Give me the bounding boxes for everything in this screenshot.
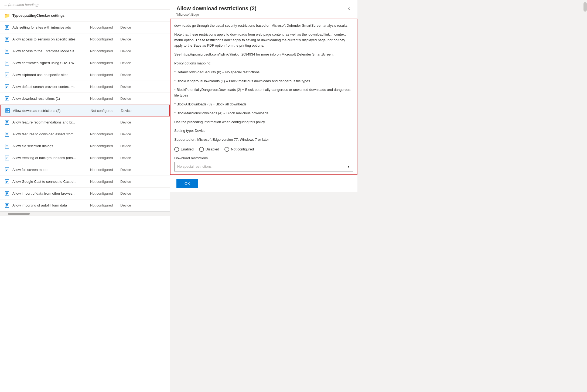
svg-rect-34 bbox=[6, 122, 8, 123]
item-status-download-1: Not configured bbox=[88, 97, 120, 101]
item-name-features-dl: Allow features to download assets from .… bbox=[12, 132, 88, 136]
svg-rect-55 bbox=[6, 182, 7, 183]
list-item-default-search[interactable]: Allow default search provider context m.… bbox=[0, 81, 170, 93]
svg-rect-22 bbox=[6, 87, 8, 87]
item-status-import-autofill: Not configured bbox=[88, 203, 120, 207]
item-name-ads: Ads setting for sites with intrusive ads bbox=[12, 25, 88, 29]
doc-icon-import-data bbox=[4, 191, 10, 196]
list-item-import-autofill[interactable]: Allow importing of autofill form data No… bbox=[0, 200, 170, 211]
svg-rect-46 bbox=[6, 158, 8, 158]
svg-rect-61 bbox=[6, 204, 8, 205]
item-name-download-1: Allow download restrictions (1) bbox=[12, 97, 88, 101]
app-container: ... (truncated heading) 📁 TyposquattingC… bbox=[0, 0, 587, 392]
svg-rect-25 bbox=[6, 98, 8, 98]
doc-icon-google-cast bbox=[4, 179, 10, 184]
item-name-default-search: Allow default search provider context m.… bbox=[12, 85, 88, 89]
radio-btn-not-configured[interactable] bbox=[224, 147, 229, 152]
dialog-title: Allow download restrictions (2) bbox=[176, 5, 257, 12]
list-item-freeze-bg[interactable]: Allow freezing of background tabs (obs..… bbox=[0, 152, 170, 164]
item-status-enterprise: Not configured bbox=[88, 49, 120, 53]
svg-rect-41 bbox=[6, 145, 8, 146]
doc-icon-features-dl bbox=[4, 132, 10, 137]
radio-options-group: Enabled Disabled Not configured bbox=[174, 147, 353, 152]
svg-rect-47 bbox=[6, 159, 7, 159]
item-scope-freeze-bg: Device bbox=[120, 156, 139, 160]
radio-btn-enabled[interactable] bbox=[174, 147, 179, 152]
item-scope-file-selection: Device bbox=[120, 144, 139, 148]
list-item-sensors[interactable]: Allow access to sensors on specific site… bbox=[0, 33, 170, 45]
vertical-scrollbar-track[interactable] bbox=[583, 0, 587, 392]
item-name-google-cast: Allow Google Cast to connect to Cast d..… bbox=[12, 180, 88, 184]
policy-option-0: * DefaultDownloadSecurity (0) = No speci… bbox=[174, 70, 353, 75]
item-name-import-autofill: Allow importing of autofill form data bbox=[12, 203, 88, 207]
list-item-folder-typosquatting[interactable]: 📁 TyposquattingChecker settings bbox=[0, 10, 170, 22]
item-scope-download-2: Device bbox=[121, 109, 140, 113]
policy-options-heading: Policy options mapping: bbox=[174, 61, 353, 66]
item-status-download-2: Not configured bbox=[88, 109, 121, 113]
item-status-file-selection: Not configured bbox=[88, 144, 120, 148]
item-name-download-2: Allow download restrictions (2) bbox=[13, 109, 88, 113]
list-item-google-cast[interactable]: Allow Google Cast to connect to Cast d..… bbox=[0, 176, 170, 188]
list-item-enterprise-mode[interactable]: Allow access to the Enterprise Mode Sit.… bbox=[0, 45, 170, 57]
item-scope-sha1: Device bbox=[120, 61, 139, 65]
svg-rect-6 bbox=[6, 39, 8, 40]
dialog-close-button[interactable]: × bbox=[344, 4, 353, 13]
list-item-sha1[interactable]: Allow certificates signed using SHA-1 w.… bbox=[0, 57, 170, 69]
horizontal-scrollbar[interactable] bbox=[0, 211, 170, 216]
radio-btn-disabled[interactable] bbox=[199, 147, 204, 152]
item-status-freeze-bg: Not configured bbox=[88, 156, 120, 160]
svg-rect-27 bbox=[6, 99, 7, 100]
list-item-features-download[interactable]: Allow features to download assets from .… bbox=[0, 128, 170, 140]
item-status-google-cast: Not configured bbox=[88, 180, 120, 184]
list-item-import-data[interactable]: Allow import of data from other browse..… bbox=[0, 188, 170, 200]
dropdown-section: Download restrictions No special restric… bbox=[174, 156, 353, 171]
policy-note: Use the preceding information when confi… bbox=[174, 119, 353, 125]
item-scope-features-dl: Device bbox=[120, 132, 139, 136]
list-item-download-restrict-2[interactable]: Allow download restrictions (2) Not conf… bbox=[0, 105, 170, 116]
svg-rect-14 bbox=[6, 63, 8, 63]
list-item-clipboard[interactable]: Allow clipboard use on specific sites No… bbox=[0, 69, 170, 81]
doc-icon-feature-rec bbox=[4, 120, 10, 125]
doc-icon-download-2 bbox=[5, 108, 10, 113]
radio-label-enabled: Enabled bbox=[181, 147, 194, 151]
policy-option-1: * BlockDangerousDownloads (1) = Block ma… bbox=[174, 78, 353, 84]
dialog-area: Allow download restrictions (2) \Microso… bbox=[170, 0, 587, 192]
doc-icon-search bbox=[4, 84, 10, 90]
dialog-footer: OK bbox=[170, 175, 357, 192]
list-item-full-screen[interactable]: Allow full screen mode Not configured De… bbox=[0, 164, 170, 176]
list-item-feature-rec[interactable]: Allow feature recommendations and br... … bbox=[0, 116, 170, 128]
ok-button[interactable]: OK bbox=[176, 179, 198, 188]
svg-rect-21 bbox=[6, 86, 8, 86]
svg-rect-23 bbox=[6, 87, 7, 88]
item-status-import-data: Not configured bbox=[88, 191, 120, 195]
radio-disabled[interactable]: Disabled bbox=[199, 147, 219, 152]
list-item-ads[interactable]: Ads setting for sites with intrusive ads… bbox=[0, 22, 170, 33]
item-name-enterprise: Allow access to the Enterprise Mode Sit.… bbox=[12, 49, 88, 53]
item-status-clipboard: Not configured bbox=[88, 73, 120, 77]
item-status-full-screen: Not configured bbox=[88, 168, 120, 172]
item-name-import-data: Allow import of data from other browse..… bbox=[12, 191, 88, 195]
list-item-file-selection[interactable]: Allow file selection dialogs Not configu… bbox=[0, 140, 170, 152]
svg-rect-59 bbox=[6, 194, 7, 195]
item-scope-import-data: Device bbox=[120, 191, 139, 195]
item-name-sensors: Allow access to sensors on specific site… bbox=[12, 37, 88, 41]
svg-rect-2 bbox=[6, 27, 8, 28]
doc-icon-ads bbox=[4, 25, 10, 30]
radio-enabled[interactable]: Enabled bbox=[174, 147, 194, 152]
doc-icon-freeze-bg bbox=[4, 155, 10, 161]
svg-rect-15 bbox=[6, 64, 7, 64]
item-scope-download-1: Device bbox=[120, 97, 139, 101]
svg-rect-33 bbox=[6, 121, 8, 122]
doc-icon-sensors bbox=[4, 37, 10, 42]
scrollbar-thumb[interactable] bbox=[8, 213, 30, 215]
dropdown-control[interactable]: No special restrictions ▼ bbox=[174, 162, 353, 171]
item-scope-sensors: Device bbox=[120, 37, 139, 41]
svg-rect-29 bbox=[6, 109, 8, 110]
svg-rect-51 bbox=[6, 170, 7, 171]
svg-rect-1 bbox=[6, 26, 8, 27]
vertical-scrollbar-thumb[interactable] bbox=[583, 2, 587, 12]
radio-not-configured[interactable]: Not configured bbox=[224, 147, 254, 152]
item-status-features-dl: Not configured bbox=[88, 132, 120, 136]
list-item-download-restrict-1[interactable]: Allow download restrictions (1) Not conf… bbox=[0, 93, 170, 105]
folder-icon: 📁 bbox=[4, 13, 10, 18]
